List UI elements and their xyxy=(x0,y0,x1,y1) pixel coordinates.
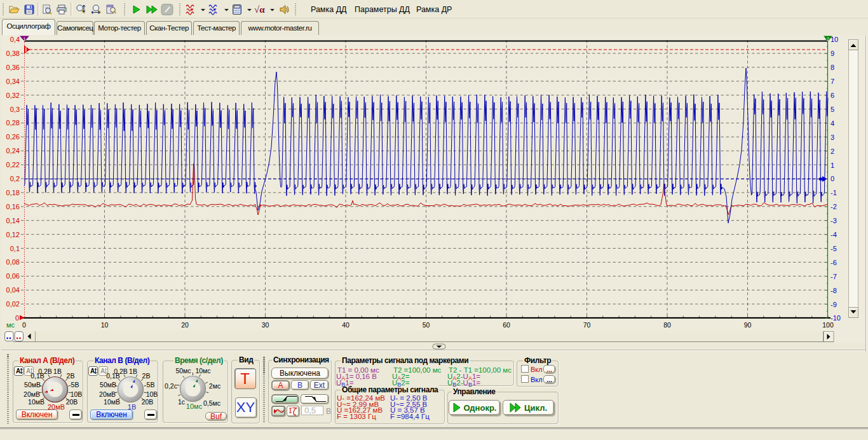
svg-text:2В: 2В xyxy=(67,372,75,380)
svg-text:0,18: 0,18 xyxy=(6,189,20,196)
svg-text:0: 0 xyxy=(15,314,19,322)
svg-text:10В: 10В xyxy=(71,390,83,398)
svg-text:0,28: 0,28 xyxy=(6,119,20,127)
svg-text:0,3: 0,3 xyxy=(10,106,20,113)
svg-text:50мВ: 50мВ xyxy=(100,381,116,388)
svg-text:60: 60 xyxy=(503,321,510,329)
svg-text:100: 100 xyxy=(822,321,834,329)
svg-text:2: 2 xyxy=(827,36,830,42)
svg-text:-1: -1 xyxy=(831,189,837,196)
svg-text:10В: 10В xyxy=(146,390,158,398)
svg-text:-2: -2 xyxy=(831,203,837,210)
svg-text:3: 3 xyxy=(831,134,834,141)
svg-text:0,1В: 0,1В xyxy=(31,372,44,380)
svg-text:20мВ: 20мВ xyxy=(99,390,116,398)
svg-text:0,12: 0,12 xyxy=(6,231,20,238)
svg-text:-3: -3 xyxy=(831,217,837,224)
svg-text:1В: 1В xyxy=(128,403,136,411)
svg-text:20мВ: 20мВ xyxy=(48,403,65,411)
svg-text:0,04: 0,04 xyxy=(6,286,20,294)
svg-text:0,32: 0,32 xyxy=(6,92,20,99)
svg-text:5В: 5В xyxy=(147,381,155,388)
svg-text:20: 20 xyxy=(181,321,189,329)
svg-text:1с: 1с xyxy=(178,398,185,406)
svg-text:4: 4 xyxy=(831,120,834,127)
svg-text:2В: 2В xyxy=(142,372,151,380)
svg-text:0,02: 0,02 xyxy=(6,300,20,308)
svg-text:30: 30 xyxy=(262,321,269,329)
svg-text:0: 0 xyxy=(831,175,834,182)
svg-text:0,1: 0,1 xyxy=(10,245,20,252)
svg-text:1: 1 xyxy=(831,162,834,169)
svg-text:0,36: 0,36 xyxy=(6,64,20,71)
svg-text:0,08: 0,08 xyxy=(6,258,20,266)
svg-text:0,4: 0,4 xyxy=(10,36,20,43)
svg-text:8: 8 xyxy=(831,64,834,71)
svg-text:80: 80 xyxy=(663,321,671,329)
svg-text:40: 40 xyxy=(342,321,349,329)
svg-text:1В: 1В xyxy=(129,368,137,375)
svg-text:7: 7 xyxy=(831,78,834,85)
svg-text:0,34: 0,34 xyxy=(6,78,20,85)
svg-text:0,5мс: 0,5мс xyxy=(203,399,220,407)
svg-text:2: 2 xyxy=(831,148,834,155)
svg-text:0: 0 xyxy=(22,321,26,329)
svg-text:1В: 1В xyxy=(53,368,62,375)
svg-text:-8: -8 xyxy=(831,287,837,294)
svg-text:0,2: 0,2 xyxy=(10,175,20,182)
svg-text:-4: -4 xyxy=(831,231,837,238)
svg-text:5В: 5В xyxy=(71,381,79,388)
svg-text:-9: -9 xyxy=(831,301,837,308)
svg-text:20В: 20В xyxy=(142,398,154,406)
svg-text:50мВ: 50мВ xyxy=(24,381,41,388)
svg-text:10мВ: 10мВ xyxy=(104,398,120,406)
svg-text:0,22: 0,22 xyxy=(6,161,20,168)
svg-text:1: 1 xyxy=(23,36,26,42)
svg-text:10: 10 xyxy=(831,36,838,43)
svg-text:-5: -5 xyxy=(831,245,837,252)
svg-text:мс: мс xyxy=(6,321,15,329)
svg-text:0,06: 0,06 xyxy=(6,272,20,280)
svg-text:9: 9 xyxy=(831,50,834,57)
svg-text:0,1В: 0,1В xyxy=(106,372,120,380)
svg-text:50мс: 50мс xyxy=(175,367,191,375)
svg-text:0,26: 0,26 xyxy=(6,133,20,141)
svg-text:2мс: 2мс xyxy=(209,382,220,390)
svg-text:0,38: 0,38 xyxy=(6,50,20,57)
svg-text:0,16: 0,16 xyxy=(6,203,20,210)
svg-text:50: 50 xyxy=(423,321,430,329)
svg-text:90: 90 xyxy=(744,321,752,329)
svg-text:10мс: 10мс xyxy=(195,367,210,375)
svg-text:0,2с: 0,2с xyxy=(165,382,177,390)
svg-text:-7: -7 xyxy=(831,273,837,280)
svg-text:10: 10 xyxy=(101,321,109,329)
svg-text:10мс: 10мс xyxy=(186,402,203,410)
svg-text:10мВ: 10мВ xyxy=(28,398,44,406)
svg-text:20В: 20В xyxy=(66,398,78,406)
svg-text:-6: -6 xyxy=(831,259,837,266)
svg-text:20мВ: 20мВ xyxy=(24,390,40,398)
svg-text:6: 6 xyxy=(831,92,834,99)
svg-text:0,24: 0,24 xyxy=(6,147,20,155)
svg-text:70: 70 xyxy=(583,321,591,329)
svg-text:5: 5 xyxy=(831,106,834,113)
svg-text:0,14: 0,14 xyxy=(6,217,20,224)
